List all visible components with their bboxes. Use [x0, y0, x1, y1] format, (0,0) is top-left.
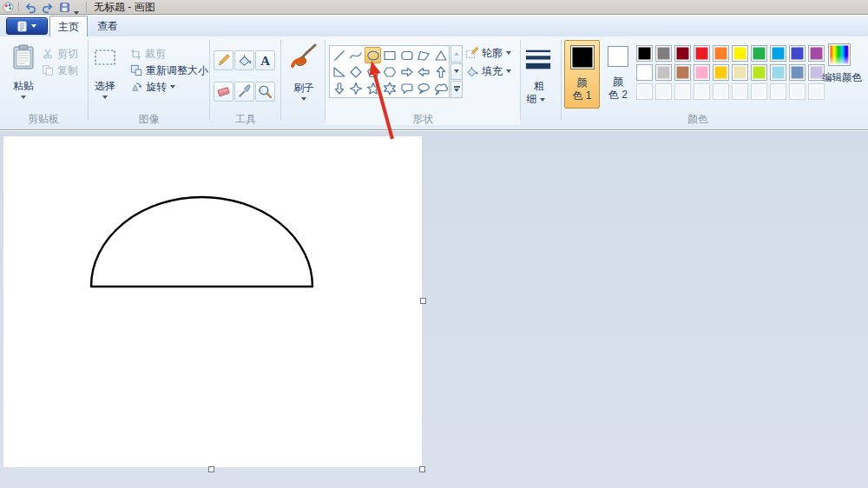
select-dropdown-icon[interactable]: [102, 96, 108, 99]
palette-empty-slot[interactable]: [636, 83, 653, 100]
copy-icon: [42, 64, 54, 76]
paint-menu-button[interactable]: [6, 17, 48, 35]
palette-color-swatch[interactable]: [694, 64, 710, 81]
paste-dropdown-icon[interactable]: [21, 96, 26, 99]
undo-button[interactable]: [23, 1, 37, 14]
resize-label: 重新调整大小: [146, 63, 208, 78]
shape-diamond[interactable]: [348, 63, 365, 80]
palette-color-swatch[interactable]: [732, 45, 748, 62]
palette-empty-slot[interactable]: [694, 83, 710, 100]
palette-empty-slot[interactable]: [713, 83, 729, 100]
edit-colors-label[interactable]: 编辑颜色: [816, 71, 868, 84]
shape-line[interactable]: [331, 47, 347, 63]
tab-home[interactable]: 主页: [49, 16, 88, 36]
crop-label: 裁剪: [145, 47, 166, 62]
shapes-more-button[interactable]: [450, 81, 463, 98]
shape-callout-cloud[interactable]: [432, 80, 449, 96]
title-bar: 无标题 - 画图: [0, 0, 868, 15]
palette-color-swatch[interactable]: [751, 45, 767, 62]
palette-empty-slot[interactable]: [808, 83, 825, 100]
paste-button[interactable]: [8, 43, 39, 74]
size-label-line2[interactable]: 细: [519, 92, 552, 107]
brushes-dropdown-icon[interactable]: [301, 97, 306, 101]
palette-color-swatch[interactable]: [713, 45, 729, 62]
cut-button[interactable]: 剪切: [42, 46, 78, 62]
palette-color-swatch[interactable]: [808, 45, 825, 62]
shape-ellipse[interactable]: [365, 47, 381, 63]
shape-callout-rounded[interactable]: [398, 80, 415, 96]
group-separator: [209, 40, 210, 120]
shape-fill-button[interactable]: 填充: [465, 63, 511, 79]
shape-hexagon[interactable]: [382, 63, 398, 80]
color1-button[interactable]: 颜 色 1: [564, 40, 600, 109]
shape-polygon[interactable]: [416, 47, 432, 63]
tool-magnifier-button[interactable]: [255, 82, 275, 102]
redo-button[interactable]: [41, 1, 55, 14]
shape-triangle[interactable]: [432, 47, 449, 63]
outline-button[interactable]: 轮廓: [465, 45, 511, 61]
palette-empty-slot[interactable]: [655, 83, 672, 100]
palette-empty-slot[interactable]: [674, 83, 691, 100]
brushes-label: 刷子: [283, 81, 325, 96]
palette-color-swatch[interactable]: [789, 64, 806, 81]
select-button[interactable]: [94, 49, 116, 69]
work-area: [0, 131, 868, 488]
group-separator: [325, 40, 326, 120]
resize-button[interactable]: 重新调整大小: [130, 63, 208, 78]
palette-color-swatch[interactable]: [636, 64, 653, 81]
shapes-scroll-up-button[interactable]: [450, 45, 463, 63]
shapes-scroll-down-button[interactable]: [450, 63, 463, 81]
palette-color-swatch[interactable]: [674, 64, 691, 81]
canvas-resize-handle-corner[interactable]: [419, 466, 425, 472]
palette-color-swatch[interactable]: [732, 64, 748, 81]
shape-star-5[interactable]: [365, 80, 381, 96]
palette-color-swatch[interactable]: [770, 64, 786, 81]
tool-eraser-button[interactable]: [214, 82, 233, 102]
palette-color-swatch[interactable]: [770, 45, 786, 62]
palette-color-swatch[interactable]: [674, 45, 691, 62]
drawing-canvas[interactable]: [3, 136, 422, 467]
palette-color-swatch[interactable]: [713, 64, 729, 81]
palette-empty-slot[interactable]: [751, 83, 767, 100]
rotate-button[interactable]: 旋转: [130, 79, 175, 95]
edit-colors-icon[interactable]: [828, 43, 851, 66]
canvas-resize-handle-right[interactable]: [420, 298, 426, 304]
shape-arrow-up[interactable]: [432, 63, 449, 80]
paint-app-icon[interactable]: [3, 2, 14, 16]
shape-arrow-left[interactable]: [416, 63, 432, 80]
palette-empty-slot[interactable]: [732, 83, 748, 100]
tool-color-picker-button[interactable]: [234, 82, 254, 102]
save-button[interactable]: [57, 1, 71, 14]
selection-rect-icon: [94, 49, 116, 66]
shape-callout-oval[interactable]: [416, 80, 432, 96]
tool-text-button[interactable]: A: [255, 50, 275, 70]
shape-star-6[interactable]: [382, 80, 398, 96]
size-label-text: 细: [526, 93, 536, 105]
shape-star-4[interactable]: [348, 80, 365, 96]
shape-rectangle[interactable]: [382, 47, 398, 63]
copy-button[interactable]: 复制: [42, 63, 78, 78]
palette-color-swatch[interactable]: [694, 45, 710, 62]
tool-fill-button[interactable]: [234, 50, 254, 70]
canvas-resize-handle-bottom[interactable]: [208, 466, 214, 472]
shape-rounded-rectangle[interactable]: [398, 47, 415, 63]
line-thickness-icon[interactable]: [524, 47, 552, 76]
shape-arrow-down[interactable]: [331, 80, 347, 96]
shape-pentagon[interactable]: [365, 63, 381, 80]
palette-color-swatch[interactable]: [655, 64, 672, 81]
tab-view[interactable]: 查看: [88, 16, 128, 36]
palette-empty-slot[interactable]: [789, 83, 806, 100]
palette-empty-slot[interactable]: [770, 83, 786, 100]
palette-color-swatch[interactable]: [636, 45, 653, 62]
crop-button[interactable]: 裁剪: [130, 46, 166, 62]
palette-color-swatch[interactable]: [789, 45, 806, 62]
tool-pencil-button[interactable]: [214, 50, 233, 70]
shape-curve[interactable]: [348, 47, 365, 63]
palette-color-swatch[interactable]: [751, 64, 767, 81]
palette-color-swatch[interactable]: [655, 45, 672, 62]
color2-button[interactable]: 颜 色 2: [602, 40, 635, 109]
shape-arrow-right[interactable]: [398, 63, 415, 80]
shape-right-triangle[interactable]: [331, 63, 347, 80]
qat-separator: [86, 2, 87, 12]
brushes-button[interactable]: [286, 42, 321, 77]
